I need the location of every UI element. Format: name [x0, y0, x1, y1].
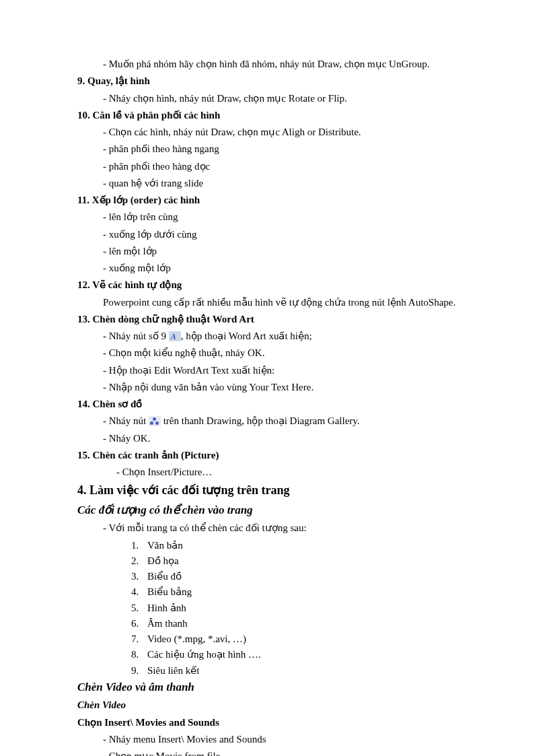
text-line: - Nháy chọn hình, nháy nút Draw, chọn mụ… [77, 91, 483, 106]
heading-9: 9. Quay, lật hình [77, 73, 483, 89]
text-line: - Chọn các hình, nháy nút Draw, chọn mục… [77, 125, 483, 140]
section-heading-4: 4. Làm việc với các đối tượng trên trang [77, 481, 483, 500]
text-span: - Nháy nút [103, 415, 149, 426]
document-page: - Muốn phá nhóm hãy chọn hình đã nhóm, n… [0, 0, 549, 756]
wordart-icon [169, 331, 181, 341]
text-span: , hộp thoại Word Art xuất hiện; [181, 331, 312, 341]
text-span: trên thanh Drawing, hộp thoại Diagram Ga… [161, 415, 360, 426]
list-item: Siêu liên kết [147, 663, 483, 679]
text-line: - Nháy menu Insert\ Movies and Sounds [77, 732, 483, 747]
text-line: - Hộp thoại Edit WordArt Text xuất hiện: [77, 363, 483, 378]
text-line: - quan hệ với trang slide [77, 176, 483, 191]
text-line: - phân phối theo hàng ngang [77, 141, 483, 157]
text-line: - lên một lớp [77, 244, 483, 259]
subsection-heading: Chèn Video [77, 697, 483, 713]
list-item: Video (*.mpg, *.avi, …) [147, 631, 483, 647]
diagram-icon [149, 416, 161, 426]
heading-10: 10. Căn lề và phân phối các hình [77, 108, 483, 123]
heading-13: 13. Chèn dòng chữ nghệ thuật Word Art [77, 312, 483, 327]
text-line: - Với mỗi trang ta có thể chèn các đối t… [77, 520, 483, 536]
text-line: - phân phối theo hàng dọc [77, 159, 483, 174]
text-line: - xuống lớp dưới cùng [77, 227, 483, 242]
list-item: Biểu bảng [147, 584, 483, 600]
list-item: Biểu đồ [147, 569, 483, 584]
heading-11: 11. Xếp lớp (order) các hình [77, 193, 483, 208]
heading-14: 14. Chèn sơ đồ [77, 397, 483, 412]
text-line: - xuống một lớp [77, 261, 483, 276]
list-item: Văn bản [147, 538, 483, 553]
heading-15: 15. Chèn các tranh ảnh (Picture) [77, 448, 483, 463]
heading-12: 12. Vẽ các hình tự động [77, 277, 483, 293]
text-line: Powerpoint cung cấp rất nhiều mẫu hình v… [77, 295, 483, 310]
subsection-heading: Chèn Video và âm thanh [77, 679, 483, 696]
document-body: - Muốn phá nhóm hãy chọn hình đã nhóm, n… [77, 57, 483, 756]
text-line: - Nháy nút số 9 , hộp thoại Word Art xuấ… [77, 329, 483, 344]
text-span: - Nháy nút số 9 [103, 331, 169, 341]
text-line: - Chọn một kiểu nghệ thuật, nháy OK. [77, 345, 483, 361]
text-line: - Muốn phá nhóm hãy chọn hình đã nhóm, n… [77, 57, 483, 72]
text-line: - Nháy nút trên thanh Drawing, hộp thoại… [77, 413, 483, 429]
list-item: Đồ họa [147, 553, 483, 569]
text-line: - lên lớp trên cùng [77, 209, 483, 225]
list-item: Các hiệu ứng hoạt hình …. [147, 647, 483, 662]
object-types-list: Văn bản Đồ họa Biểu đồ Biểu bảng Hình ản… [77, 538, 483, 679]
text-line: Chọn Insert\ Movies and Sounds [77, 715, 483, 730]
text-line: - Chọn Insert/Picture… [77, 465, 483, 480]
subsection-heading: Các đối tượng có thể chèn vào trang [77, 502, 483, 519]
list-item: Âm thanh [147, 616, 483, 631]
text-line: - Nhập nội dung văn bản vào vùng Your Te… [77, 380, 483, 395]
list-item: Hình ảnh [147, 600, 483, 616]
text-line: - Chọn mục Movie from file. [77, 749, 483, 756]
text-line: - Nháy OK. [77, 431, 483, 446]
